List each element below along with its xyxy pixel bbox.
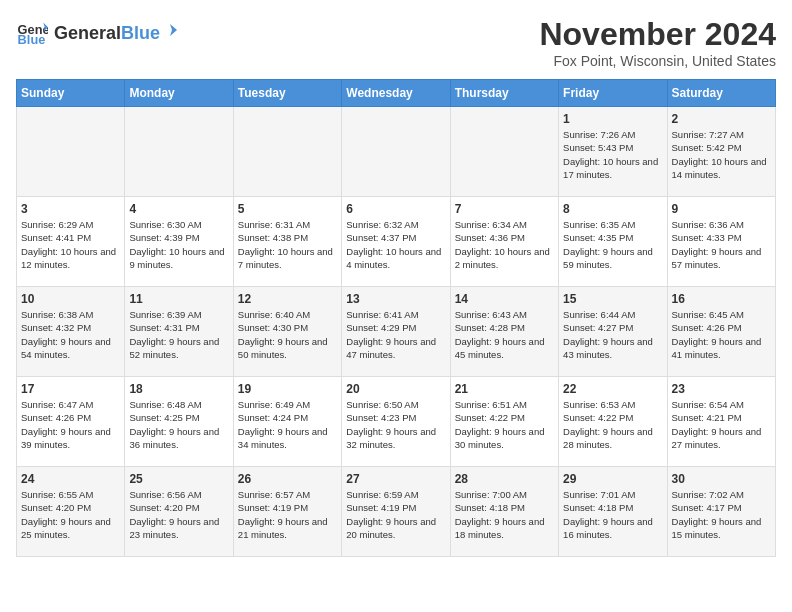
calendar-cell: 24Sunrise: 6:55 AM Sunset: 4:20 PM Dayli… <box>17 467 125 557</box>
calendar-cell: 22Sunrise: 6:53 AM Sunset: 4:22 PM Dayli… <box>559 377 667 467</box>
calendar-cell <box>125 107 233 197</box>
day-info: Sunrise: 6:32 AM Sunset: 4:37 PM Dayligh… <box>346 218 445 271</box>
calendar-cell: 17Sunrise: 6:47 AM Sunset: 4:26 PM Dayli… <box>17 377 125 467</box>
calendar-cell: 28Sunrise: 7:00 AM Sunset: 4:18 PM Dayli… <box>450 467 558 557</box>
day-number: 12 <box>238 292 337 306</box>
day-info: Sunrise: 6:50 AM Sunset: 4:23 PM Dayligh… <box>346 398 445 451</box>
calendar-cell: 15Sunrise: 6:44 AM Sunset: 4:27 PM Dayli… <box>559 287 667 377</box>
calendar-cell <box>233 107 341 197</box>
calendar-cell: 4Sunrise: 6:30 AM Sunset: 4:39 PM Daylig… <box>125 197 233 287</box>
day-info: Sunrise: 7:01 AM Sunset: 4:18 PM Dayligh… <box>563 488 662 541</box>
day-info: Sunrise: 6:38 AM Sunset: 4:32 PM Dayligh… <box>21 308 120 361</box>
day-number: 13 <box>346 292 445 306</box>
calendar-week-row: 24Sunrise: 6:55 AM Sunset: 4:20 PM Dayli… <box>17 467 776 557</box>
day-info: Sunrise: 6:35 AM Sunset: 4:35 PM Dayligh… <box>563 218 662 271</box>
day-number: 16 <box>672 292 771 306</box>
day-info: Sunrise: 6:39 AM Sunset: 4:31 PM Dayligh… <box>129 308 228 361</box>
calendar-week-row: 3Sunrise: 6:29 AM Sunset: 4:41 PM Daylig… <box>17 197 776 287</box>
calendar-cell: 25Sunrise: 6:56 AM Sunset: 4:20 PM Dayli… <box>125 467 233 557</box>
day-info: Sunrise: 6:34 AM Sunset: 4:36 PM Dayligh… <box>455 218 554 271</box>
day-info: Sunrise: 6:48 AM Sunset: 4:25 PM Dayligh… <box>129 398 228 451</box>
day-number: 10 <box>21 292 120 306</box>
day-info: Sunrise: 7:00 AM Sunset: 4:18 PM Dayligh… <box>455 488 554 541</box>
day-number: 23 <box>672 382 771 396</box>
calendar-cell: 10Sunrise: 6:38 AM Sunset: 4:32 PM Dayli… <box>17 287 125 377</box>
calendar-cell: 11Sunrise: 6:39 AM Sunset: 4:31 PM Dayli… <box>125 287 233 377</box>
calendar-cell: 13Sunrise: 6:41 AM Sunset: 4:29 PM Dayli… <box>342 287 450 377</box>
col-header-sunday: Sunday <box>17 80 125 107</box>
day-number: 9 <box>672 202 771 216</box>
location-title: Fox Point, Wisconsin, United States <box>539 53 776 69</box>
day-number: 17 <box>21 382 120 396</box>
day-info: Sunrise: 6:56 AM Sunset: 4:20 PM Dayligh… <box>129 488 228 541</box>
calendar-table: SundayMondayTuesdayWednesdayThursdayFrid… <box>16 79 776 557</box>
day-info: Sunrise: 6:29 AM Sunset: 4:41 PM Dayligh… <box>21 218 120 271</box>
day-info: Sunrise: 6:44 AM Sunset: 4:27 PM Dayligh… <box>563 308 662 361</box>
logo-icon: General Blue <box>16 16 48 48</box>
day-info: Sunrise: 7:27 AM Sunset: 5:42 PM Dayligh… <box>672 128 771 181</box>
day-number: 3 <box>21 202 120 216</box>
calendar-week-row: 1Sunrise: 7:26 AM Sunset: 5:43 PM Daylig… <box>17 107 776 197</box>
day-number: 8 <box>563 202 662 216</box>
col-header-saturday: Saturday <box>667 80 775 107</box>
calendar-cell <box>17 107 125 197</box>
day-number: 19 <box>238 382 337 396</box>
day-number: 24 <box>21 472 120 486</box>
calendar-cell: 21Sunrise: 6:51 AM Sunset: 4:22 PM Dayli… <box>450 377 558 467</box>
day-info: Sunrise: 6:47 AM Sunset: 4:26 PM Dayligh… <box>21 398 120 451</box>
col-header-tuesday: Tuesday <box>233 80 341 107</box>
day-number: 26 <box>238 472 337 486</box>
calendar-cell: 3Sunrise: 6:29 AM Sunset: 4:41 PM Daylig… <box>17 197 125 287</box>
day-number: 14 <box>455 292 554 306</box>
calendar-week-row: 10Sunrise: 6:38 AM Sunset: 4:32 PM Dayli… <box>17 287 776 377</box>
col-header-thursday: Thursday <box>450 80 558 107</box>
calendar-cell: 12Sunrise: 6:40 AM Sunset: 4:30 PM Dayli… <box>233 287 341 377</box>
day-info: Sunrise: 6:49 AM Sunset: 4:24 PM Dayligh… <box>238 398 337 451</box>
day-number: 1 <box>563 112 662 126</box>
col-header-wednesday: Wednesday <box>342 80 450 107</box>
day-number: 18 <box>129 382 228 396</box>
day-info: Sunrise: 6:51 AM Sunset: 4:22 PM Dayligh… <box>455 398 554 451</box>
calendar-cell: 6Sunrise: 6:32 AM Sunset: 4:37 PM Daylig… <box>342 197 450 287</box>
logo-general: General <box>54 24 121 44</box>
logo-arrow-icon <box>162 21 180 39</box>
day-number: 22 <box>563 382 662 396</box>
month-title: November 2024 <box>539 16 776 53</box>
day-number: 28 <box>455 472 554 486</box>
day-number: 30 <box>672 472 771 486</box>
calendar-cell <box>342 107 450 197</box>
day-info: Sunrise: 6:45 AM Sunset: 4:26 PM Dayligh… <box>672 308 771 361</box>
day-number: 27 <box>346 472 445 486</box>
calendar-cell <box>450 107 558 197</box>
day-number: 21 <box>455 382 554 396</box>
calendar-cell: 18Sunrise: 6:48 AM Sunset: 4:25 PM Dayli… <box>125 377 233 467</box>
calendar-week-row: 17Sunrise: 6:47 AM Sunset: 4:26 PM Dayli… <box>17 377 776 467</box>
day-number: 15 <box>563 292 662 306</box>
calendar-cell: 20Sunrise: 6:50 AM Sunset: 4:23 PM Dayli… <box>342 377 450 467</box>
logo: General Blue General Blue <box>16 16 180 48</box>
col-header-monday: Monday <box>125 80 233 107</box>
day-number: 25 <box>129 472 228 486</box>
calendar-header-row: SundayMondayTuesdayWednesdayThursdayFrid… <box>17 80 776 107</box>
calendar-cell: 5Sunrise: 6:31 AM Sunset: 4:38 PM Daylig… <box>233 197 341 287</box>
day-number: 20 <box>346 382 445 396</box>
day-info: Sunrise: 6:43 AM Sunset: 4:28 PM Dayligh… <box>455 308 554 361</box>
day-info: Sunrise: 6:31 AM Sunset: 4:38 PM Dayligh… <box>238 218 337 271</box>
calendar-cell: 19Sunrise: 6:49 AM Sunset: 4:24 PM Dayli… <box>233 377 341 467</box>
day-info: Sunrise: 7:26 AM Sunset: 5:43 PM Dayligh… <box>563 128 662 181</box>
day-info: Sunrise: 6:36 AM Sunset: 4:33 PM Dayligh… <box>672 218 771 271</box>
logo-blue: Blue <box>121 24 160 44</box>
col-header-friday: Friday <box>559 80 667 107</box>
calendar-cell: 23Sunrise: 6:54 AM Sunset: 4:21 PM Dayli… <box>667 377 775 467</box>
calendar-cell: 16Sunrise: 6:45 AM Sunset: 4:26 PM Dayli… <box>667 287 775 377</box>
day-number: 7 <box>455 202 554 216</box>
day-number: 6 <box>346 202 445 216</box>
day-info: Sunrise: 6:55 AM Sunset: 4:20 PM Dayligh… <box>21 488 120 541</box>
page-header: General Blue General Blue November 2024 … <box>16 16 776 69</box>
day-info: Sunrise: 6:57 AM Sunset: 4:19 PM Dayligh… <box>238 488 337 541</box>
day-number: 11 <box>129 292 228 306</box>
svg-text:Blue: Blue <box>18 32 46 47</box>
svg-marker-4 <box>170 24 177 36</box>
calendar-cell: 27Sunrise: 6:59 AM Sunset: 4:19 PM Dayli… <box>342 467 450 557</box>
day-number: 2 <box>672 112 771 126</box>
